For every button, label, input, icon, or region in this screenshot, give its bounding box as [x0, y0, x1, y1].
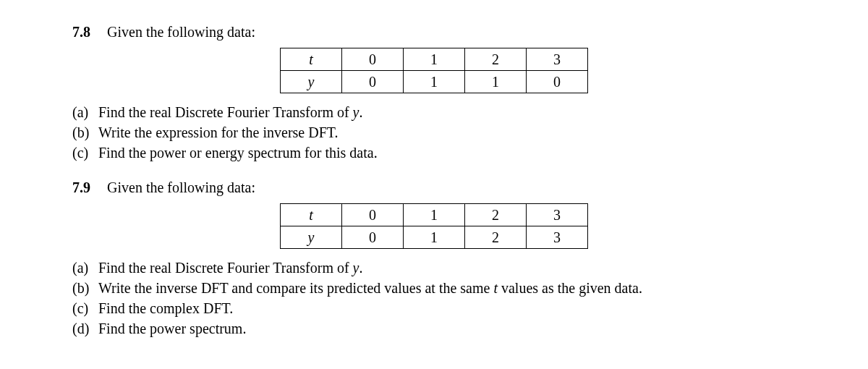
part-text: Find the complex DFT.: [98, 298, 796, 318]
part-text-post: .: [359, 104, 363, 120]
problem-header: 7.9 Given the following data:: [72, 177, 796, 198]
table-cell: 3: [527, 226, 588, 249]
row-header: y: [281, 71, 342, 93]
table-cell: 2: [465, 48, 527, 71]
table-cell: 1: [404, 204, 465, 226]
table-cell: 3: [527, 48, 588, 71]
part-var: y: [353, 104, 359, 120]
problem-number: 7.9: [72, 177, 107, 198]
row-header: y: [281, 226, 342, 249]
part-label: (a): [72, 102, 98, 122]
parts-list: (a) Find the real Discrete Fourier Trans…: [72, 102, 796, 163]
part-label: (a): [72, 258, 98, 278]
table-cell: 1: [404, 71, 465, 93]
part-label: (b): [72, 278, 98, 298]
table-cell: 0: [342, 71, 404, 93]
part-text: Find the real Discrete Fourier Transform…: [98, 102, 796, 122]
row-header: t: [281, 204, 342, 226]
problem-header: 7.8 Given the following data:: [72, 22, 796, 42]
table-row: y 0 1 1 0: [281, 71, 588, 93]
table-row: y 0 1 2 3: [281, 226, 588, 249]
table-cell: 0: [342, 204, 404, 226]
part-text-pre: Write the inverse DFT and compare its pr…: [98, 280, 493, 296]
parts-list: (a) Find the real Discrete Fourier Trans…: [72, 258, 796, 339]
part-item: (c) Find the power or energy spectrum fo…: [72, 143, 796, 163]
table-cell: 0: [527, 71, 588, 93]
problem-number: 7.8: [72, 22, 107, 42]
part-text-pre: Find the complex DFT.: [98, 300, 233, 316]
part-text-pre: Find the real Discrete Fourier Transform…: [98, 260, 353, 276]
data-table: t 0 1 2 3 y 0 1 2 3: [280, 203, 588, 249]
part-item: (a) Find the real Discrete Fourier Trans…: [72, 258, 796, 278]
problem-title: Given the following data:: [107, 177, 255, 198]
part-item: (d) Find the power spectrum.: [72, 318, 796, 339]
table-cell: 0: [342, 48, 404, 71]
part-item: (a) Find the real Discrete Fourier Trans…: [72, 102, 796, 122]
part-text-pre: Find the real Discrete Fourier Transform…: [98, 104, 353, 120]
part-text-pre: Find the power or energy spectrum for th…: [98, 145, 378, 161]
table-cell: 2: [465, 226, 527, 249]
problem-block: 7.9 Given the following data: t 0 1 2 3 …: [72, 177, 796, 339]
table-cell: 1: [404, 48, 465, 71]
table-row: t 0 1 2 3: [281, 204, 588, 226]
problem-block: 7.8 Given the following data: t 0 1 2 3 …: [72, 22, 796, 163]
part-label: (c): [72, 143, 98, 163]
table-cell: 1: [465, 71, 527, 93]
part-var: y: [353, 260, 359, 276]
part-label: (c): [72, 298, 98, 318]
part-text: Find the real Discrete Fourier Transform…: [98, 258, 796, 278]
table-cell: 2: [465, 204, 527, 226]
part-text-pre: Find the power spectrum.: [98, 321, 246, 336]
part-item: (b) Write the inverse DFT and compare it…: [72, 278, 796, 298]
part-text-pre: Write the expression for the inverse DFT…: [98, 124, 339, 140]
row-header: t: [281, 48, 342, 71]
table-cell: 1: [404, 226, 465, 249]
part-text: Write the inverse DFT and compare its pr…: [98, 278, 796, 298]
problem-title: Given the following data:: [107, 22, 255, 42]
part-item: (b) Write the expression for the inverse…: [72, 122, 796, 143]
table-row: t 0 1 2 3: [281, 48, 588, 71]
data-table: t 0 1 2 3 y 0 1 1 0: [280, 48, 588, 93]
part-label: (b): [72, 122, 98, 143]
part-text: Find the power or energy spectrum for th…: [98, 143, 796, 163]
part-text-post: .: [359, 260, 363, 276]
table-cell: 3: [527, 204, 588, 226]
table-cell: 0: [342, 226, 404, 249]
part-label: (d): [72, 318, 98, 339]
part-text-post: values as the given data.: [498, 280, 642, 296]
part-text: Find the power spectrum.: [98, 318, 796, 339]
part-item: (c) Find the complex DFT.: [72, 298, 796, 318]
part-text: Write the expression for the inverse DFT…: [98, 122, 796, 143]
